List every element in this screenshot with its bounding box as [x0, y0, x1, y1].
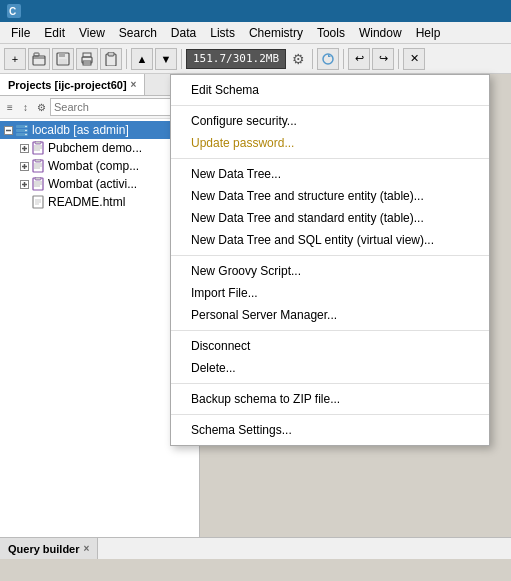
projects-tab-close[interactable]: × [131, 79, 137, 90]
svg-text:C: C [9, 6, 16, 17]
tree-label-wombat2: Wombat (activi... [48, 177, 137, 191]
app-icon: C [6, 3, 22, 19]
undo-button[interactable]: ↩ [348, 48, 370, 70]
print-button[interactable] [76, 48, 98, 70]
tree-label-wombat1: Wombat (comp... [48, 159, 139, 173]
menu-bar: (function() { const data = JSON.parse(do… [0, 22, 511, 44]
ctx-item-new-groovy[interactable]: New Groovy Script... [171, 260, 489, 282]
menu-item-edit[interactable]: Edit [37, 24, 72, 42]
memory-counter: 151.7/301.2MB [186, 49, 286, 69]
open-button[interactable] [28, 48, 50, 70]
tree-toggle-wombat2[interactable] [18, 178, 30, 190]
panel-settings-btn[interactable]: ⚙ [34, 98, 48, 116]
ctx-item-disconnect[interactable]: Disconnect [171, 335, 489, 357]
menu-item-tools[interactable]: Tools [310, 24, 352, 42]
spinner: ⚙ [288, 49, 308, 69]
toolbar-sep-2 [181, 49, 182, 69]
svg-rect-41 [35, 177, 41, 180]
menu-item-file[interactable]: File [4, 24, 37, 42]
tree-toggle-wombat1[interactable] [18, 160, 30, 172]
svg-rect-3 [34, 53, 39, 56]
svg-point-19 [25, 130, 27, 132]
ctx-separator [171, 414, 489, 415]
svg-rect-5 [59, 53, 65, 57]
query-builder-tab[interactable]: Query builder × [0, 538, 98, 559]
panel-sort-btn[interactable]: ↕ [19, 98, 33, 116]
query-builder-close[interactable]: × [84, 543, 90, 554]
projects-tab-label: Projects [ijc-project60] [8, 79, 127, 91]
clipboard-button[interactable] [100, 48, 122, 70]
toolbar-sep-1 [126, 49, 127, 69]
menu-item-chemistry[interactable]: Chemistry [242, 24, 310, 42]
ctx-item-update-password: Update password... [171, 132, 489, 154]
tree-label-localdb: localdb [as admin] [32, 123, 129, 137]
toolbar-sep-5 [398, 49, 399, 69]
projects-tab[interactable]: Projects [ijc-project60] × [0, 74, 145, 95]
tree-toggle-pubchem[interactable] [18, 142, 30, 154]
down-button[interactable]: ▼ [155, 48, 177, 70]
bottom-panel: Query builder × [0, 537, 511, 559]
save-button[interactable] [52, 48, 74, 70]
ctx-item-new-data-tree-sql[interactable]: New Data Tree and SQL entity (virtual vi… [171, 229, 489, 251]
query-builder-label: Query builder [8, 543, 80, 555]
ctx-separator [171, 158, 489, 159]
ctx-item-personal-server[interactable]: Personal Server Manager... [171, 304, 489, 326]
panel-collapse-btn[interactable]: ≡ [3, 98, 17, 116]
tree-icon-wombat2 [30, 176, 46, 192]
svg-point-20 [25, 134, 27, 136]
svg-rect-33 [35, 159, 41, 162]
main-toolbar: + ▲ ▼ 151.7/301.2MB ⚙ ↩ ↪ ✕ [0, 44, 511, 74]
ctx-item-new-data-tree-standard[interactable]: New Data Tree and standard entity (table… [171, 207, 489, 229]
svg-point-18 [25, 126, 27, 128]
svg-rect-6 [59, 59, 67, 64]
tree-toggle-readme [18, 196, 30, 208]
context-menu: Edit SchemaConfigure security...Update p… [170, 74, 490, 446]
toolbar-sep-3 [312, 49, 313, 69]
toolbar-sep-4 [343, 49, 344, 69]
tree-icon-pubchem [30, 140, 46, 156]
menu-item-view[interactable]: View [72, 24, 112, 42]
tree-toggle-localdb[interactable] [2, 124, 14, 136]
ctx-separator [171, 105, 489, 106]
svg-rect-25 [35, 141, 41, 144]
ctx-item-edit-schema[interactable]: Edit Schema [171, 79, 489, 101]
svg-rect-11 [108, 52, 114, 56]
tree-icon-readme [30, 194, 46, 210]
up-button[interactable]: ▲ [131, 48, 153, 70]
title-bar: C [0, 0, 511, 22]
ctx-item-import-file[interactable]: Import File... [171, 282, 489, 304]
tree-icon-localdb [14, 122, 30, 138]
svg-rect-2 [33, 56, 45, 65]
ctx-item-new-data-tree-structure[interactable]: New Data Tree and structure entity (tabl… [171, 185, 489, 207]
new-button[interactable]: + [4, 48, 26, 70]
close-button[interactable]: ✕ [403, 48, 425, 70]
redo-button[interactable]: ↪ [372, 48, 394, 70]
menu-item-search[interactable]: Search [112, 24, 164, 42]
menu-item-data[interactable]: Data [164, 24, 203, 42]
tree-label-readme: README.html [48, 195, 125, 209]
ctx-item-delete[interactable]: Delete... [171, 357, 489, 379]
ctx-separator [171, 330, 489, 331]
tree-icon-wombat1 [30, 158, 46, 174]
tree-label-pubchem: Pubchem demo... [48, 141, 142, 155]
menu-item-help[interactable]: Help [409, 24, 448, 42]
menu-item-window[interactable]: Window [352, 24, 409, 42]
ctx-separator [171, 255, 489, 256]
main-area: Projects [ijc-project60] × □ ≡ ↕ ⚙ local… [0, 74, 511, 559]
refresh-button[interactable] [317, 48, 339, 70]
ctx-item-backup-schema[interactable]: Backup schema to ZIP file... [171, 388, 489, 410]
ctx-item-schema-settings[interactable]: Schema Settings... [171, 419, 489, 441]
menu-item-lists[interactable]: Lists [203, 24, 242, 42]
ctx-separator [171, 383, 489, 384]
ctx-item-new-data-tree[interactable]: New Data Tree... [171, 163, 489, 185]
ctx-item-configure-security[interactable]: Configure security... [171, 110, 489, 132]
